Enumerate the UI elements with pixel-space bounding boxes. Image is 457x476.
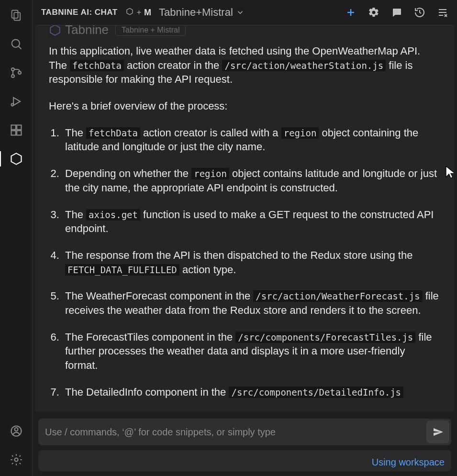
chat-bubble-icon[interactable] [391, 7, 402, 18]
panel-header: TABNINE AI: CHAT + M Tabnine+Mistral [33, 0, 457, 25]
chat-body[interactable]: Tabnine Tabnine + Mistral In this applic… [35, 25, 454, 412]
svg-point-2 [11, 40, 19, 47]
list-item: The WeatherForecast component in the /sr… [62, 289, 441, 317]
m-logo-icon: M [144, 8, 151, 18]
response-paragraph: Here's a brief overview of the process: [49, 99, 441, 113]
explorer-icon[interactable] [9, 8, 24, 23]
svg-rect-1 [14, 12, 20, 20]
svg-rect-12 [17, 125, 21, 130]
run-debug-icon[interactable] [9, 94, 24, 109]
svg-rect-10 [11, 131, 15, 135]
svg-point-14 [14, 428, 18, 431]
svg-rect-9 [11, 125, 15, 130]
svg-point-8 [11, 104, 13, 106]
inline-code: fetchData [86, 127, 140, 139]
svg-line-3 [19, 46, 21, 49]
inline-code: region [191, 168, 229, 179]
hex-icon[interactable] [125, 7, 134, 18]
settings-gear-icon[interactable] [9, 452, 24, 467]
gear-icon[interactable] [368, 7, 379, 18]
send-button[interactable] [426, 421, 449, 443]
inline-code: region [281, 127, 319, 139]
svg-point-6 [18, 71, 21, 74]
assistant-model-chip: Tabnine + Mistral [115, 25, 186, 36]
model-selector[interactable]: Tabnine+Mistral [159, 6, 245, 19]
inline-code: /src/components/DetailedInfo.js [229, 387, 403, 398]
list-item: Depending on whether the region object c… [62, 166, 441, 195]
list-item: The fetchData action creator is called w… [62, 126, 441, 154]
list-item: The response from the API is then dispat… [62, 248, 441, 277]
new-chat-icon[interactable] [345, 7, 357, 18]
chat-input-row[interactable] [38, 419, 451, 445]
activity-bar [0, 0, 33, 476]
inline-code: fetchData [70, 60, 124, 71]
response-paragraph: In this application, live weather data i… [49, 44, 441, 87]
chevron-down-icon [236, 8, 245, 17]
send-icon [432, 426, 444, 438]
tabnine-logo-icon [49, 25, 61, 36]
assistant-name: Tabnine [65, 25, 109, 37]
inline-code: /src/action/weatherStation.js [222, 60, 386, 71]
inline-code: /src/components/ForecastTiles.js [235, 332, 415, 343]
chat-footer: Using workspace [38, 450, 451, 471]
clear-list-icon[interactable] [437, 7, 448, 18]
chat-input[interactable] [45, 427, 426, 438]
assistant-header: Tabnine Tabnine + Mistral [49, 25, 441, 37]
inline-code: axios.get [86, 209, 140, 221]
assistant-response: In this application, live weather data i… [49, 44, 441, 399]
mouse-cursor-icon [444, 165, 454, 179]
extensions-icon[interactable] [9, 122, 24, 138]
svg-point-15 [14, 458, 18, 462]
chat-input-area: Using workspace [33, 412, 457, 476]
list-item: The axios.get function is used to make a… [62, 208, 441, 236]
svg-point-5 [11, 75, 14, 77]
inline-code: /src/action/WeatherForecast.js [253, 290, 422, 302]
account-icon[interactable] [9, 423, 24, 439]
main-panel: TABNINE AI: CHAT + M Tabnine+Mistral [33, 0, 457, 476]
svg-rect-0 [11, 11, 18, 18]
plus-small-icon: + [137, 8, 141, 17]
svg-point-4 [11, 68, 14, 71]
inline-code: FETCH_DATA_FULFILLED [65, 264, 179, 276]
list-item: The ForecastTiles component in the /src/… [62, 330, 441, 373]
model-name: Tabnine+Mistral [159, 6, 233, 19]
panel-title: TABNINE AI: CHAT [41, 8, 118, 17]
list-item: The DetailedInfo component in the /src/c… [62, 385, 441, 399]
source-control-icon[interactable] [9, 65, 24, 80]
response-list: The fetchData action creator is called w… [49, 126, 441, 399]
workspace-link[interactable]: Using workspace [372, 457, 445, 468]
tabnine-icon[interactable] [9, 151, 24, 166]
history-icon[interactable] [414, 7, 425, 18]
search-icon[interactable] [9, 36, 24, 52]
svg-marker-7 [13, 98, 20, 105]
svg-rect-11 [17, 131, 21, 135]
